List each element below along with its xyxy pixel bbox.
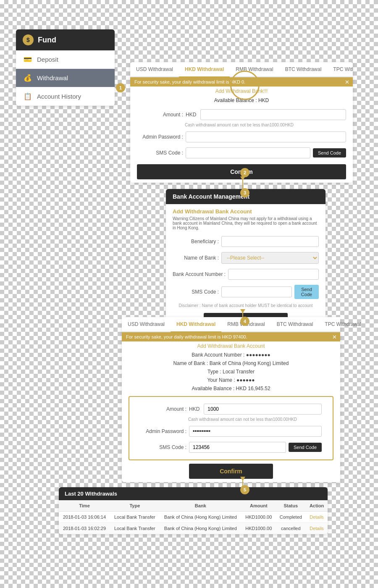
cell-type: Local Bank Transfer <box>110 523 160 534</box>
panel2-amount-label: Amount : <box>140 406 186 412</box>
fund-icon: $ <box>23 34 34 45</box>
col-type: Type <box>110 500 160 512</box>
panel1-add-bank-link[interactable]: Add Withdrawal Bank!!! <box>130 87 353 96</box>
bank-account-input[interactable] <box>228 269 319 280</box>
panel2-amount-input[interactable] <box>204 404 322 415</box>
step4-badge: 4 <box>240 317 249 326</box>
bank-sms-input[interactable] <box>221 286 292 297</box>
alert-close-btn[interactable]: ✕ <box>345 79 349 85</box>
bank-beneficiary-row: Beneficiary : <box>166 234 326 249</box>
bank-send-code-btn[interactable]: Send Code <box>294 285 319 299</box>
panel2-sms-label: SMS Code : <box>140 444 186 450</box>
panel2-amount-row: Amount : HKD <box>134 401 328 417</box>
panel2-password-row: Admin Password : <box>134 423 328 439</box>
panel1: USD Withdrawal HKD Withdrawal RMB Withdr… <box>130 62 353 183</box>
cell-action[interactable]: Details <box>306 512 328 523</box>
bank-beneficiary-label: Beneficiary : <box>173 239 219 244</box>
bank-beneficiary-input[interactable] <box>221 236 319 247</box>
bank-disclaimer: Disclaimer : Name of bank account holder… <box>166 302 326 310</box>
cell-amount: HKD1000.00 <box>242 523 276 534</box>
cell-status: cancelled <box>276 523 306 534</box>
cell-time: 2018-01-03 16:06:14 <box>59 512 110 523</box>
panel2-password-label: Admin Password : <box>140 428 186 434</box>
bank-sms-row: SMS Code : Send Code <box>166 282 326 302</box>
panel2-add-bank-link[interactable]: Add Withdrawal Bank Account <box>122 341 340 351</box>
connector-2-3 <box>242 176 243 189</box>
panel2: USD Withdrawal HKD Withdrawal RMB Withdr… <box>122 317 340 482</box>
cell-action[interactable]: Details <box>306 523 328 534</box>
panel1-password-label: Admin Password : <box>137 134 183 140</box>
cell-time: 2018-01-03 16:02:29 <box>59 523 110 534</box>
panel2-balance: Available Balance : HKD 16,945.52 <box>122 384 340 393</box>
panel2-password-input[interactable] <box>189 426 322 437</box>
bank-name-select[interactable]: --Please Select-- <box>221 252 319 264</box>
panel2-confirm-btn[interactable]: Confirm <box>189 464 273 479</box>
bank-name-row: Name of Bank : --Please Select-- <box>166 249 326 266</box>
panel1-amount-prefix: HKD <box>186 112 196 118</box>
panel1-tabbar: USD Withdrawal HKD Withdrawal RMB Withdr… <box>130 62 353 77</box>
table-row: 2018-01-03 16:06:14 Local Bank Transfer … <box>59 512 328 523</box>
col-amount: Amount <box>242 500 276 512</box>
tab-usd-withdrawal[interactable]: USD Withdrawal <box>130 62 179 76</box>
sidebar-history-label: Account History <box>37 93 81 100</box>
bank-account-label: Bank Account Number : <box>173 271 226 277</box>
col-action: Action <box>306 500 328 512</box>
panel1-amount-input[interactable] <box>200 109 346 120</box>
sidebar: $ Fund 💳 Deposit 💰 Withdrawal 📋 Account … <box>16 29 115 106</box>
details-link[interactable]: Details <box>310 526 324 531</box>
p2-tab-btc[interactable]: BTC Withdrawal <box>271 317 319 331</box>
p2-tab-tpc[interactable]: TPC Withdrawal <box>319 317 367 331</box>
tab-rmb-withdrawal[interactable]: RMB Withdrawal <box>230 62 279 76</box>
sidebar-item-deposit[interactable]: 💳 Deposit <box>16 50 115 69</box>
cell-amount: HKD1000.00 <box>242 512 276 523</box>
bank-mgmt-warning: Warning:Citizens of Mainland China may n… <box>166 216 326 234</box>
sidebar-title: Fund <box>38 36 56 45</box>
col-time: Time <box>59 500 110 512</box>
history-icon: 📋 <box>24 92 32 100</box>
tab-btc-withdrawal[interactable]: BTC Withdrawal <box>279 62 328 76</box>
panel2-your-name: Your Name : ●●●●●● <box>122 376 340 384</box>
history-panel: Last 20 Withdrawals Time Type Bank Amoun… <box>59 487 328 534</box>
bank-account-row: Bank Account Number : <box>166 266 326 282</box>
history-header: Last 20 Withdrawals <box>59 487 328 500</box>
panel2-amount-prefix: HKD <box>189 406 200 412</box>
sidebar-header: $ Fund <box>16 29 115 50</box>
bank-mgmt-subheader: Add Withdrawal Bank Account <box>166 204 326 216</box>
cell-type: Local Bank Transfer <box>110 512 160 523</box>
panel2-send-code-btn[interactable]: Send Code <box>289 443 322 452</box>
step3-badge: 3 <box>240 188 249 197</box>
cell-status: Completed <box>276 512 306 523</box>
step2-badge: 2 <box>240 168 249 177</box>
p2-tab-hkd[interactable]: HKD Withdrawal <box>171 317 221 332</box>
cell-bank: Bank of China (Hong Kong) Limited <box>160 523 242 534</box>
panel1-amount-row: Amount : HKD <box>130 107 353 123</box>
tab-hkd-withdrawal[interactable]: HKD Withdrawal <box>179 62 230 77</box>
bank-mgmt-panel: Bank Account Management Add Withdrawal B… <box>166 189 326 331</box>
bank-name-label: Name of Bank : <box>173 255 219 261</box>
panel2-amount-box: Amount : HKD Cash withdrawal amount can … <box>129 396 333 460</box>
bank-sms-label: SMS Code : <box>173 289 219 295</box>
panel1-sms-row: SMS Code : Send Code <box>130 145 353 161</box>
panel1-amount-label: Amount : <box>137 112 183 118</box>
sidebar-item-account-history[interactable]: 📋 Account History <box>16 87 115 106</box>
panel1-password-input[interactable] <box>186 131 346 142</box>
p2-tab-usd[interactable]: USD Withdrawal <box>122 317 171 331</box>
panel1-amount-hint: Cash withdrawal amount can not be less t… <box>130 123 353 129</box>
step5-badge: 5 <box>240 485 249 494</box>
panel2-bank-name: Name of Bank : Bank of China (Hong Kong)… <box>122 359 340 368</box>
panel2-type: Type : Local Transfer <box>122 368 340 376</box>
panel2-alert: For security sake, your daily withdrawal… <box>122 332 340 341</box>
tab-tpc-withdrawal[interactable]: TPC Withdrawal <box>327 62 353 76</box>
panel1-sms-input[interactable] <box>186 147 310 158</box>
panel1-send-code-btn[interactable]: Send Code <box>313 148 346 158</box>
sidebar-item-withdrawal[interactable]: 💰 Withdrawal <box>16 69 115 87</box>
panel2-amount-hint: Cash withdrawal amount can not be less t… <box>134 417 328 423</box>
panel2-sms-input[interactable] <box>189 442 286 453</box>
p2-alert-close[interactable]: ✕ <box>332 334 337 340</box>
panel2-sms-row: SMS Code : Send Code <box>134 439 328 455</box>
table-row: 2018-01-03 16:02:29 Local Bank Transfer … <box>59 523 328 534</box>
sidebar-deposit-label: Deposit <box>37 56 58 63</box>
details-link[interactable]: Details <box>310 514 324 520</box>
panel2-tabbar: USD Withdrawal HKD Withdrawal RMB Withdr… <box>122 317 340 332</box>
cell-bank: Bank of China (Hong Kong) Limited <box>160 512 242 523</box>
